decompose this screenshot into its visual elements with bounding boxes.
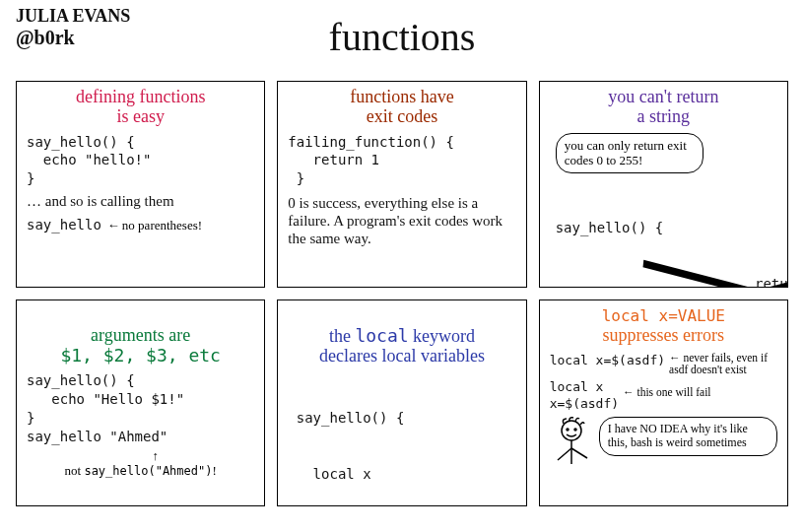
author-name: JULIA EVANS <box>16 6 130 26</box>
svg-line-14 <box>558 448 571 460</box>
panel-suppresses-errors: local x=VALUE suppresses errors local x=… <box>539 299 788 506</box>
panel-note: … and so is calling them <box>27 192 254 210</box>
arrow-up-icon: ↑ <box>56 448 254 463</box>
code-inline: local x=$(asdf) <box>550 352 665 369</box>
panel-title: arguments are $1, $2, $3, etc <box>27 306 254 366</box>
svg-point-11 <box>567 429 569 431</box>
header: JULIA EVANS @b0rk functions <box>16 10 788 81</box>
page-title: functions <box>16 10 788 60</box>
code-block: say_hello() { return "hello!" } <box>556 181 788 288</box>
author-handle: @b0rk <box>16 27 130 49</box>
panel-title: the local keyword declares local variabl… <box>288 306 515 366</box>
code-block: say_hello() { local x x=$(date) ← local … <box>288 371 515 506</box>
code-block: say_hello() { echo "Hello $1!" } say_hel… <box>27 371 254 446</box>
panel-arguments: arguments are $1, $2, $3, etc say_hello(… <box>16 299 265 506</box>
code-inline: local x <box>550 378 619 396</box>
code-block: say_hello() { echo "hello!" } <box>27 133 254 189</box>
panel-cant-return-string: you can't return a string you c <box>539 81 788 288</box>
code-inline: x=$(asdf) <box>550 395 619 413</box>
arrow-left-icon <box>107 218 122 233</box>
svg-line-15 <box>571 448 587 458</box>
panel-title: you can't return a string <box>550 88 777 127</box>
annotation-will-fail: ← this one will fail <box>623 386 710 399</box>
panel-exit-codes: functions have exit codes failing_functi… <box>277 81 526 288</box>
stick-figure-icon <box>550 417 595 480</box>
speech-bubble: you can only return exit codes 0 to 255! <box>556 133 704 174</box>
panel-note: 0 is success, everything else is a failu… <box>288 194 515 247</box>
code-block: failing_function() { return 1 } <box>288 133 515 189</box>
svg-point-12 <box>574 429 576 431</box>
svg-point-10 <box>562 421 581 440</box>
panel-grid: defining functions is easy say_hello() {… <box>16 81 788 506</box>
panel-defining-functions: defining functions is easy say_hello() {… <box>16 81 265 288</box>
author-credit: JULIA EVANS @b0rk <box>16 6 130 49</box>
annotation-no-parens: no parentheses! <box>107 218 202 233</box>
speech-bubble: I have NO IDEA why it's like this, bash … <box>599 417 777 456</box>
panel-local-keyword: the local keyword declares local variabl… <box>277 299 526 506</box>
annotation-never-fails: ← never fails, even if asdf doesn't exis… <box>669 352 777 376</box>
svg-line-8 <box>643 264 788 288</box>
annotation-not-parens: ↑ not say_hello("Ahmed")! <box>27 448 254 479</box>
panel-title: functions have exit codes <box>288 88 515 127</box>
panel-title: local x=VALUE suppresses errors <box>550 306 777 346</box>
crossed-out-code: return "hello!" <box>638 256 788 288</box>
code-inline: say_hello <box>27 216 101 234</box>
panel-title: defining functions is easy <box>27 88 254 127</box>
